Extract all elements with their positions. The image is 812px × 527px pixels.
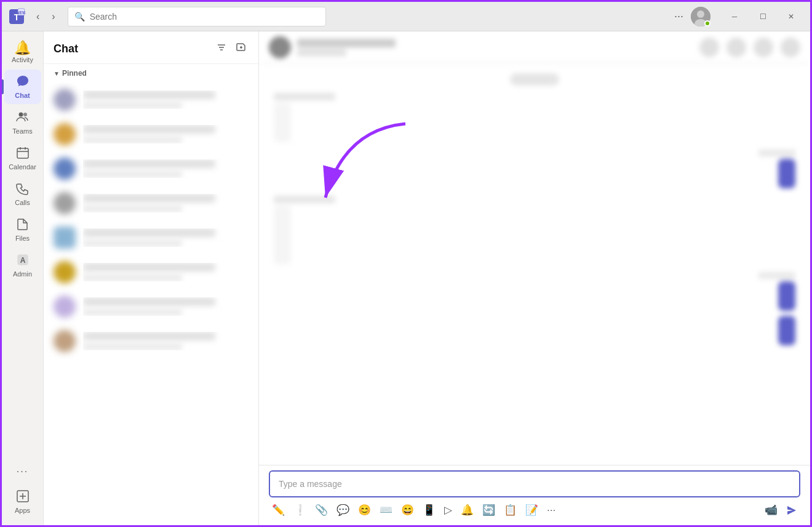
sidebar-item-apps[interactable]: Apps	[4, 485, 41, 519]
calendar-icon	[16, 146, 30, 162]
chat-panel-header: Chat	[44, 31, 258, 64]
chat-list-item[interactable]	[44, 186, 258, 220]
content-header-avatar	[269, 36, 291, 58]
chat-avatar	[54, 227, 76, 249]
search-input[interactable]	[90, 12, 319, 22]
header-action-btn-1	[699, 38, 719, 57]
titlebar: T NEW ‹ › 🔍 ··· ─ ☐ ✕	[2, 2, 810, 31]
maximize-button[interactable]: ☐	[749, 7, 777, 26]
sidebar-item-calls[interactable]: Calls	[4, 177, 41, 211]
sidebar: 🔔 Activity Chat Teams	[2, 31, 44, 525]
content-header	[259, 31, 810, 63]
sidebar-label-activity: Activity	[12, 56, 33, 63]
sidebar-label-admin: Admin	[13, 270, 32, 278]
toolbar-loop-button[interactable]: 💬	[333, 501, 352, 519]
chat-name	[83, 263, 215, 272]
chat-avatar	[54, 89, 76, 111]
toolbar-loop2-button[interactable]: 🔄	[479, 501, 498, 519]
toolbar-notify-button[interactable]: 🔔	[458, 501, 477, 519]
window-controls: ─ ☐ ✕	[720, 7, 805, 26]
toolbar-emoji-button[interactable]: 😊	[355, 501, 374, 519]
message-input-placeholder: Type a message	[279, 479, 342, 489]
chat-preview	[83, 102, 182, 109]
user-avatar-container[interactable]	[691, 7, 710, 26]
chat-list	[44, 82, 258, 525]
toolbar-attach-button[interactable]: 📎	[312, 501, 331, 519]
chat-name	[83, 194, 215, 203]
chat-preview	[83, 239, 182, 247]
pinned-chevron-icon: ▼	[54, 70, 60, 77]
chat-info	[83, 263, 249, 281]
toolbar-note-button[interactable]: 📝	[522, 501, 541, 519]
messages-area	[259, 63, 810, 465]
sidebar-more-button[interactable]: ···	[4, 461, 41, 482]
chat-preview	[83, 205, 182, 212]
message-time	[758, 150, 795, 156]
toolbar-gif-button[interactable]: 😄	[398, 501, 417, 519]
chat-preview	[83, 274, 182, 281]
back-button[interactable]: ‹	[31, 9, 44, 25]
chat-list-item[interactable]	[44, 324, 258, 358]
forward-button[interactable]: ›	[47, 9, 60, 25]
sidebar-item-admin[interactable]: A Admin	[4, 248, 41, 283]
toolbar-video-button[interactable]: 📹	[762, 501, 781, 519]
toolbar-format-button[interactable]: ✏️	[269, 501, 288, 519]
message-sender	[274, 93, 335, 100]
chat-name	[83, 159, 215, 168]
search-icon: 🔍	[74, 12, 85, 22]
calls-icon	[16, 182, 30, 198]
pinned-label: Pinned	[62, 69, 87, 78]
message-input-box[interactable]: Type a message	[269, 470, 800, 497]
chat-list-item[interactable]	[44, 151, 258, 186]
minimize-button[interactable]: ─	[720, 7, 749, 26]
message-bubble-outgoing	[778, 159, 795, 188]
sidebar-item-activity[interactable]: 🔔 Activity	[4, 36, 41, 68]
toolbar-keyboard-button[interactable]: ⌨️	[376, 501, 396, 519]
sidebar-item-teams[interactable]: Teams	[4, 105, 41, 140]
toolbar-more-button[interactable]: ···	[544, 502, 559, 519]
message-bubble-outgoing	[778, 281, 795, 311]
chat-list-item[interactable]	[44, 255, 258, 289]
chat-info	[83, 228, 249, 247]
chat-avatar	[54, 192, 76, 214]
chat-list-item[interactable]	[44, 82, 258, 117]
search-bar[interactable]: 🔍	[68, 7, 326, 26]
message-toolbar: ✏️ ❕ 📎 💬 😊 ⌨️ 😄 📱 ▷ 🔔 🔄 📋 📝 ··· 📹	[269, 497, 800, 520]
new-chat-button[interactable]	[234, 40, 249, 57]
chat-panel-title: Chat	[54, 42, 214, 55]
teams-icon	[16, 110, 30, 126]
chat-preview	[83, 171, 182, 178]
sidebar-label-calendar: Calendar	[9, 163, 36, 171]
chat-list-item[interactable]	[44, 117, 258, 151]
header-action-btn-4	[781, 38, 800, 57]
more-options-button[interactable]: ···	[672, 7, 686, 25]
content-header-actions	[699, 38, 800, 57]
toolbar-screen-button[interactable]: 📱	[420, 501, 439, 519]
chat-list-item[interactable]	[44, 289, 258, 324]
toolbar-urgent-button[interactable]: ❕	[290, 501, 309, 519]
sidebar-label-files: Files	[15, 235, 30, 242]
chat-avatar	[54, 123, 76, 145]
message-row-outgoing	[274, 150, 795, 188]
pinned-section-header[interactable]: ▼ Pinned	[44, 64, 258, 82]
app-logo: T NEW	[7, 7, 26, 26]
files-icon	[16, 217, 30, 233]
chat-info	[83, 125, 249, 143]
svg-text:A: A	[20, 256, 25, 265]
sidebar-item-files[interactable]: Files	[4, 212, 41, 247]
chat-info	[83, 91, 249, 109]
chat-list-item[interactable]	[44, 220, 258, 255]
filter-button[interactable]	[214, 40, 229, 57]
sidebar-item-calendar[interactable]: Calendar	[4, 141, 41, 175]
user-status-indicator	[704, 20, 710, 26]
toolbar-copy-button[interactable]: 📋	[501, 501, 520, 519]
sidebar-item-chat[interactable]: Chat	[4, 70, 41, 104]
chat-avatar	[54, 330, 76, 352]
message-input-area: Type a message ✏️ ❕ 📎 💬 😊 ⌨️ 😄 📱 ▷ 🔔 🔄 📋…	[259, 465, 810, 525]
toolbar-send-button[interactable]	[783, 502, 800, 518]
close-button[interactable]: ✕	[777, 7, 805, 26]
sidebar-label-chat: Chat	[15, 92, 30, 99]
toolbar-send-arrow-button[interactable]: ▷	[441, 501, 455, 519]
sidebar-label-apps: Apps	[15, 507, 30, 514]
chat-name	[83, 91, 215, 99]
